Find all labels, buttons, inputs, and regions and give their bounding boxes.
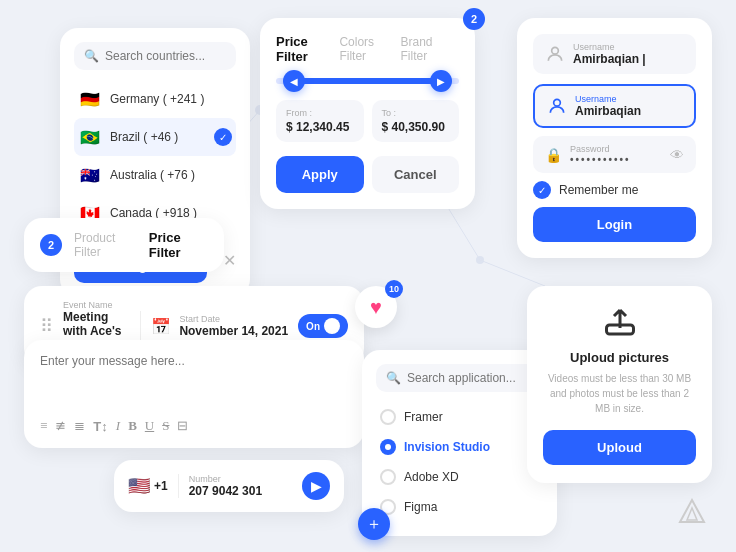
- phone-number-col: Number 207 9042 301: [189, 474, 292, 498]
- remember-me-row[interactable]: ✓ Remember me: [533, 181, 696, 199]
- upload-card: Uploud pictures Videos must be less than…: [527, 286, 712, 483]
- country-search-input[interactable]: [105, 49, 226, 63]
- underline-btn[interactable]: U: [145, 418, 154, 434]
- more-button[interactable]: ＋: [358, 508, 390, 540]
- app-item-figma[interactable]: Figma: [376, 492, 543, 522]
- to-price-box: To : $ 40,350.90: [372, 100, 460, 142]
- eye-icon[interactable]: 👁: [670, 147, 684, 163]
- remember-label: Remember me: [559, 183, 638, 197]
- username-display: Username Amirbaqian |: [533, 34, 696, 74]
- bold-btn[interactable]: B: [128, 418, 137, 434]
- username-field-label: Username: [575, 94, 682, 104]
- app-search-icon: 🔍: [386, 371, 401, 385]
- text-size-btn[interactable]: T↕: [93, 419, 107, 434]
- event-date-col: 📅 Start Date November 14, 2021: [151, 314, 288, 338]
- align-right-btn[interactable]: ≣: [74, 418, 85, 434]
- calendar-icon: 📅: [151, 317, 171, 336]
- toggle-on[interactable]: On: [298, 314, 348, 338]
- app-item-framer[interactable]: Framer: [376, 402, 543, 432]
- upload-icon: [602, 304, 638, 340]
- phone-arrow-button[interactable]: ▶: [302, 472, 330, 500]
- lock-icon: 🔒: [545, 147, 562, 163]
- radio-invision: [380, 439, 396, 455]
- tab-colors-filter-label[interactable]: Colors Filter: [339, 35, 400, 63]
- grid-icon: ⠿: [40, 315, 53, 337]
- password-field[interactable]: 🔒 Password ••••••••••• 👁: [533, 136, 696, 173]
- price-filter-card: 2 Price Filter Colors Filter Brand Filte…: [260, 18, 475, 209]
- country-item-germany[interactable]: 🇩🇪 Germany ( +241 ): [74, 80, 236, 118]
- app-item-invision[interactable]: Invision Studio: [376, 432, 543, 462]
- app-search-box[interactable]: 🔍: [376, 364, 543, 392]
- login-button[interactable]: Login: [533, 207, 696, 242]
- left-arrow-icon: ◀: [290, 76, 298, 87]
- svg-point-9: [554, 99, 561, 106]
- event-name-label: Event Name: [63, 300, 130, 310]
- app-label-invision: Invision Studio: [404, 440, 490, 454]
- username-field[interactable]: Username Amirbaqian: [533, 84, 696, 128]
- app-search-input[interactable]: [407, 371, 533, 385]
- flag-brazil: 🇧🇷: [78, 125, 102, 149]
- app-item-adobexd[interactable]: Adobe XD: [376, 462, 543, 492]
- svg-line-6: [480, 260, 545, 286]
- start-date-value: November 14, 2021: [179, 324, 288, 338]
- start-date-label: Start Date: [179, 314, 288, 324]
- phone-number-label: Number: [189, 474, 292, 484]
- to-label: To :: [382, 108, 450, 118]
- message-card: ≡ ≢ ≣ T↕ I B U S ⊟: [24, 340, 364, 448]
- editor-toolbar: ≡ ≢ ≣ T↕ I B U S ⊟: [40, 418, 348, 434]
- strikethrough-btn[interactable]: S: [162, 418, 169, 434]
- action-row: Apply Cancel: [276, 156, 459, 193]
- country-flag-code[interactable]: 🇺🇸 +1: [128, 475, 168, 497]
- heart-button[interactable]: ♥ 10: [355, 286, 397, 328]
- upload-icon-wrap: [543, 304, 696, 340]
- align-left-btn[interactable]: ≡: [40, 418, 47, 434]
- heart-icon: ♥: [370, 296, 382, 319]
- slider-thumb-right[interactable]: ▶: [430, 70, 452, 92]
- country-item-australia[interactable]: 🇦🇺 Australia ( +76 ): [74, 156, 236, 194]
- tab-price-filter[interactable]: Price Filter: [149, 230, 208, 260]
- search-icon: 🔍: [84, 49, 99, 63]
- apply-button[interactable]: Apply: [276, 156, 364, 193]
- to-value: $ 40,350.90: [382, 120, 450, 134]
- phone-card: 🇺🇸 +1 Number 207 9042 301 ▶: [114, 460, 344, 512]
- tab-brand-filter-label[interactable]: Brand Filter: [400, 35, 459, 63]
- app-label-figma: Figma: [404, 500, 437, 514]
- product-filter-tabs: 2 Product Filter Price Filter: [24, 218, 224, 272]
- country-search-box[interactable]: 🔍: [74, 42, 236, 70]
- remember-check-icon: ✓: [533, 181, 551, 199]
- cancel-button[interactable]: Cancel: [372, 156, 460, 193]
- from-price-box: From : $ 12,340.45: [276, 100, 364, 142]
- table-btn[interactable]: ⊟: [177, 418, 188, 434]
- align-center-btn[interactable]: ≢: [55, 418, 66, 434]
- login-form-card: Username Amirbaqian | Username Amirbaqia…: [517, 18, 712, 258]
- upload-desc: Videos must be less than 30 MB and photo…: [543, 371, 696, 416]
- slider-thumb-left[interactable]: ◀: [283, 70, 305, 92]
- acertify-logo: [678, 498, 706, 532]
- toggle-label: On: [306, 321, 320, 332]
- country-label-brazil: Brazil ( +46 ): [110, 130, 178, 144]
- phone-number-value: 207 9042 301: [189, 484, 292, 498]
- message-input[interactable]: [40, 354, 348, 404]
- svg-point-1: [476, 256, 484, 264]
- italic-btn[interactable]: I: [116, 418, 120, 434]
- heart-count: 10: [385, 280, 403, 298]
- radio-framer: [380, 409, 396, 425]
- user-field-icon: [547, 96, 567, 116]
- product-filter-badge: 2: [40, 234, 62, 256]
- selected-check-icon: ✓: [214, 128, 232, 146]
- country-label-germany: Germany ( +241 ): [110, 92, 204, 106]
- close-icon[interactable]: ✕: [223, 251, 236, 270]
- app-label-framer: Framer: [404, 410, 443, 424]
- country-label-australia: Australia ( +76 ): [110, 168, 195, 182]
- phone-divider: [178, 474, 179, 498]
- password-field-value: •••••••••••: [570, 154, 662, 165]
- slider-fill: [294, 78, 440, 84]
- country-code: +1: [154, 479, 168, 493]
- plus-icon: ＋: [366, 514, 382, 535]
- tab-product-filter[interactable]: Product Filter: [74, 231, 137, 259]
- upload-button[interactable]: Uploud: [543, 430, 696, 465]
- username-top-value: Amirbaqian |: [573, 52, 646, 66]
- tab-price-filter-label[interactable]: Price Filter: [276, 34, 339, 64]
- country-item-brazil[interactable]: 🇧🇷 Brazil ( +46 ) ✓: [74, 118, 236, 156]
- price-filter-tabs: Price Filter Colors Filter Brand Filter: [276, 34, 459, 64]
